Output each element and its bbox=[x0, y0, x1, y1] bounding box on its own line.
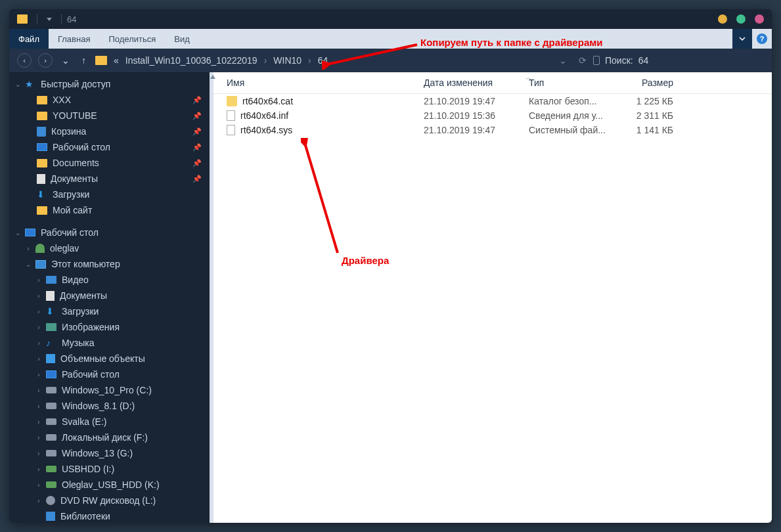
pane-splitter[interactable] bbox=[210, 72, 213, 523]
pin-icon: 📌 bbox=[192, 143, 202, 152]
breadcrumb[interactable]: « Install_Win10_10036_10222019 › WIN10 ›… bbox=[95, 55, 552, 66]
sidebar-pc-item[interactable]: › ♪ Музыка bbox=[9, 335, 210, 351]
refresh-button[interactable]: ⟳ bbox=[579, 55, 587, 66]
sidebar-pc-item[interactable]: Библиотеки bbox=[9, 508, 210, 523]
sidebar-pc-item[interactable]: › Svalka (E:) bbox=[9, 414, 210, 430]
sidebar-pc-item[interactable]: › Документы bbox=[9, 288, 210, 303]
column-type[interactable]: Тип bbox=[529, 78, 614, 88]
sidebar-pc-item[interactable]: › ⬇ Загрузки bbox=[9, 303, 210, 319]
chevron-right-icon[interactable]: › bbox=[308, 55, 311, 66]
file-row[interactable]: rt640x64.inf 21.10.2019 15:36 Сведения д… bbox=[213, 108, 772, 123]
expand-icon[interactable]: › bbox=[34, 340, 43, 347]
expand-icon[interactable]: › bbox=[34, 355, 43, 363]
titlebar-divider bbox=[61, 14, 62, 24]
address-dropdown-icon[interactable]: ⌄ bbox=[559, 55, 567, 66]
menu-file[interactable]: Файл bbox=[9, 29, 49, 49]
breadcrumb-item[interactable]: Install_Win10_10036_10222019 bbox=[125, 55, 257, 66]
navigation-pane: ⌄ ★ Быстрый доступ XXX 📌 YOUTUBE 📌 Корзи… bbox=[9, 72, 210, 523]
sidebar-pc-item[interactable]: › Рабочий стол bbox=[9, 366, 210, 382]
sidebar-pc-item[interactable]: › Видео bbox=[9, 272, 210, 288]
menu-home[interactable]: Главная bbox=[49, 29, 99, 49]
sidebar-item-label: Библиотеки bbox=[60, 511, 110, 521]
sidebar-item-label: DVD RW дисковод (L:) bbox=[60, 495, 156, 506]
back-button[interactable]: ‹ bbox=[17, 53, 32, 68]
music-icon: ♪ bbox=[46, 338, 56, 348]
ribbon-collapse-button[interactable] bbox=[732, 29, 752, 49]
expand-icon[interactable]: › bbox=[34, 434, 43, 441]
expand-icon[interactable]: › bbox=[24, 245, 33, 252]
sidebar-quick-item[interactable]: ⬇ Загрузки bbox=[9, 187, 210, 202]
sidebar-user[interactable]: › oleglav bbox=[9, 240, 210, 256]
expand-icon[interactable]: › bbox=[34, 292, 43, 299]
search-icon bbox=[593, 56, 600, 65]
sidebar-this-pc[interactable]: ⌄ Этот компьютер bbox=[9, 256, 210, 272]
collapse-icon[interactable]: ⌄ bbox=[13, 229, 22, 236]
expand-icon[interactable]: › bbox=[34, 324, 43, 331]
expand-icon[interactable]: › bbox=[34, 371, 43, 378]
lib-icon bbox=[46, 512, 55, 521]
address-bar: ‹ › ⌄ ↑ « Install_Win10_10036_10222019 ›… bbox=[9, 49, 772, 72]
breadcrumb-item[interactable]: 64 bbox=[318, 55, 328, 66]
up-button[interactable]: ↑ bbox=[79, 55, 89, 66]
sidebar-item-label: Локальный диск (F:) bbox=[62, 432, 148, 443]
sidebar-pc-item[interactable]: › Объемные объекты bbox=[9, 351, 210, 366]
sidebar-pc-item[interactable]: › Oleglav_USB_HDD (K:) bbox=[9, 477, 210, 493]
sidebar-quick-item[interactable]: Рабочий стол 📌 bbox=[9, 139, 210, 155]
forward-button[interactable]: › bbox=[38, 53, 53, 68]
column-date[interactable]: Дата изменения bbox=[424, 78, 529, 88]
column-name[interactable]: Имя bbox=[227, 78, 424, 88]
sidebar-desktop-root[interactable]: ⌄ Рабочий стол bbox=[9, 225, 210, 240]
menu-share[interactable]: Поделиться bbox=[99, 29, 165, 49]
desktop-icon bbox=[37, 143, 47, 151]
menu-view[interactable]: Вид bbox=[165, 29, 199, 49]
file-size: 1 141 КБ bbox=[614, 125, 673, 135]
sidebar-quick-item[interactable]: Корзина 📌 bbox=[9, 123, 210, 139]
expand-icon[interactable]: › bbox=[34, 481, 43, 489]
sidebar-quick-item[interactable]: Мой сайт bbox=[9, 202, 210, 218]
sidebar-pc-item[interactable]: › Локальный диск (F:) bbox=[9, 430, 210, 445]
maximize-button[interactable] bbox=[736, 14, 746, 24]
expand-icon[interactable]: › bbox=[34, 497, 43, 504]
sidebar-pc-item[interactable]: › Windows_10_Pro (C:) bbox=[9, 382, 210, 398]
sidebar-quick-item[interactable]: Documents 📌 bbox=[9, 155, 210, 171]
sidebar-quick-item[interactable]: XXX 📌 bbox=[9, 92, 210, 108]
sidebar-pc-item[interactable]: › Windows_13 (G:) bbox=[9, 445, 210, 461]
sidebar-pc-item[interactable]: › Изображения bbox=[9, 319, 210, 335]
collapse-icon[interactable]: ⌄ bbox=[24, 261, 33, 268]
sidebar-quick-item[interactable]: Документы 📌 bbox=[9, 171, 210, 187]
sidebar-item-label: USBHDD (I:) bbox=[62, 464, 114, 474]
sidebar-pc-item[interactable]: › DVD RW дисковод (L:) bbox=[9, 493, 210, 508]
sidebar-quick-item[interactable]: YOUTUBE 📌 bbox=[9, 108, 210, 123]
expand-icon[interactable]: › bbox=[34, 466, 43, 473]
file-name: rt640x64.sys bbox=[240, 125, 292, 135]
close-button[interactable] bbox=[755, 14, 764, 24]
breadcrumb-item[interactable]: WIN10 bbox=[273, 55, 301, 66]
expand-icon[interactable]: › bbox=[34, 387, 43, 394]
qat-dropdown-icon[interactable] bbox=[47, 18, 52, 21]
collapse-icon[interactable]: ⌄ bbox=[13, 81, 22, 88]
sidebar-item-label: Объемные объекты bbox=[60, 353, 145, 364]
column-size[interactable]: Размер bbox=[614, 78, 673, 88]
file-list-pane: ︿ Имя Дата изменения Тип Размер rt640x64… bbox=[213, 72, 772, 523]
breadcrumb-prefix[interactable]: « bbox=[114, 55, 119, 66]
expand-icon[interactable]: › bbox=[34, 450, 43, 457]
file-row[interactable]: rt640x64.sys 21.10.2019 19:47 Системный … bbox=[213, 123, 772, 137]
minimize-button[interactable] bbox=[718, 14, 727, 24]
titlebar: 64 bbox=[9, 9, 772, 29]
expand-icon[interactable]: › bbox=[34, 308, 43, 315]
sidebar-pc-item[interactable]: › USBHDD (I:) bbox=[9, 461, 210, 477]
video-icon bbox=[46, 276, 56, 284]
dropdown-history-icon[interactable]: ⌄ bbox=[59, 55, 72, 66]
help-button[interactable]: ? bbox=[752, 29, 772, 49]
expand-icon[interactable]: › bbox=[34, 277, 43, 284]
sidebar-item-label: Корзина bbox=[51, 126, 86, 137]
titlebar-folder-icon bbox=[17, 14, 28, 24]
sidebar-quick-access[interactable]: ⌄ ★ Быстрый доступ bbox=[9, 76, 210, 92]
folder-icon bbox=[37, 206, 47, 215]
expand-icon[interactable]: › bbox=[34, 403, 43, 410]
chevron-right-icon[interactable]: › bbox=[264, 55, 267, 66]
search-box[interactable]: Поиск: 64 bbox=[593, 55, 764, 66]
file-row[interactable]: rt640x64.cat 21.10.2019 19:47 Каталог бе… bbox=[213, 94, 772, 108]
sidebar-pc-item[interactable]: › Windows_8.1 (D:) bbox=[9, 398, 210, 414]
expand-icon[interactable]: › bbox=[34, 418, 43, 426]
